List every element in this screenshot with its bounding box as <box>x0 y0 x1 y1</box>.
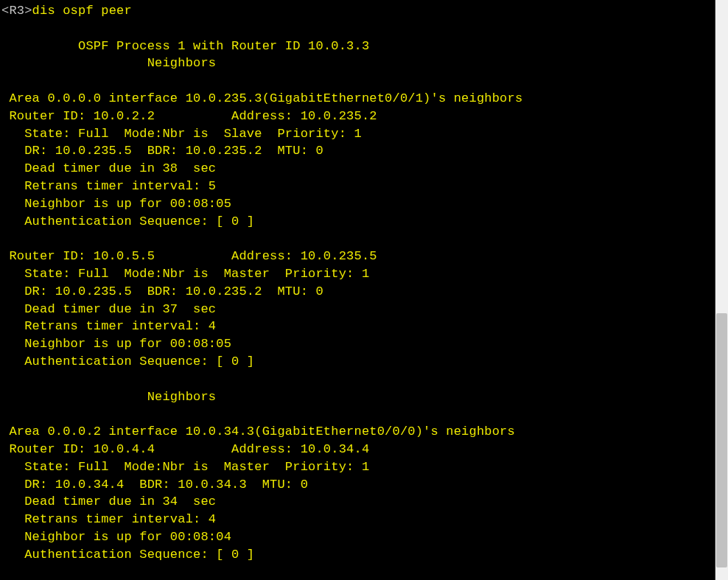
peer-uptime: Neighbor is up for 00:08:04 <box>1 528 713 546</box>
peer-uptime: Neighbor is up for 00:08:05 <box>1 195 713 213</box>
peer-auth: Authentication Sequence: [ 0 ] <box>1 353 713 371</box>
blank-line <box>1 371 713 388</box>
area0-interface-line: Area 0.0.0.0 interface 10.0.235.3(Gigabi… <box>1 90 713 108</box>
blank-line <box>1 72 713 90</box>
peer-auth: Authentication Sequence: [ 0 ] <box>1 213 713 231</box>
peer-state: State: Full Mode:Nbr is Master Priority:… <box>1 458 713 476</box>
ospf-process-line: OSPF Process 1 with Router ID 10.0.3.3 <box>1 38 713 55</box>
blank-line <box>1 20 713 38</box>
area2-interface-line: Area 0.0.0.2 interface 10.0.34.3(Gigabit… <box>1 423 713 441</box>
peer-retrans: Retrans timer interval: 5 <box>1 178 713 195</box>
terminal-output[interactable]: <R3>dis ospf peer OSPF Process 1 with Ro… <box>0 0 715 580</box>
blank-line <box>1 230 713 248</box>
scrollbar-thumb[interactable] <box>716 313 727 567</box>
peer-retrans: Retrans timer interval: 4 <box>1 318 713 335</box>
blank-line <box>1 405 713 423</box>
peer-router-id: Router ID: 10.0.4.4 Address: 10.0.34.4 <box>1 441 713 458</box>
peer-dead-timer: Dead timer due in 38 sec <box>1 160 713 178</box>
vertical-scrollbar[interactable] <box>715 0 728 580</box>
peer-dr-bdr: DR: 10.0.235.5 BDR: 10.0.235.2 MTU: 0 <box>1 283 713 301</box>
peer-router-id: Router ID: 10.0.2.2 Address: 10.0.235.2 <box>1 108 713 125</box>
peer-router-id: Router ID: 10.0.5.5 Address: 10.0.235.5 <box>1 248 713 265</box>
peer-uptime: Neighbor is up for 00:08:05 <box>1 335 713 353</box>
peer-state: State: Full Mode:Nbr is Master Priority:… <box>1 265 713 283</box>
neighbors-header: Neighbors <box>1 55 713 72</box>
prompt-host: <R3> <box>1 4 32 18</box>
peer-state: State: Full Mode:Nbr is Slave Priority: … <box>1 125 713 143</box>
peer-dead-timer: Dead timer due in 37 sec <box>1 301 713 318</box>
neighbors-header: Neighbors <box>1 388 713 406</box>
peer-dr-bdr: DR: 10.0.235.5 BDR: 10.0.235.2 MTU: 0 <box>1 142 713 160</box>
command-text: dis ospf peer <box>32 4 132 18</box>
peer-retrans: Retrans timer interval: 4 <box>1 511 713 528</box>
peer-dr-bdr: DR: 10.0.34.4 BDR: 10.0.34.3 MTU: 0 <box>1 476 713 494</box>
peer-auth: Authentication Sequence: [ 0 ] <box>1 546 713 564</box>
prompt-line: <R3>dis ospf peer <box>1 2 713 20</box>
peer-dead-timer: Dead timer due in 34 sec <box>1 493 713 511</box>
